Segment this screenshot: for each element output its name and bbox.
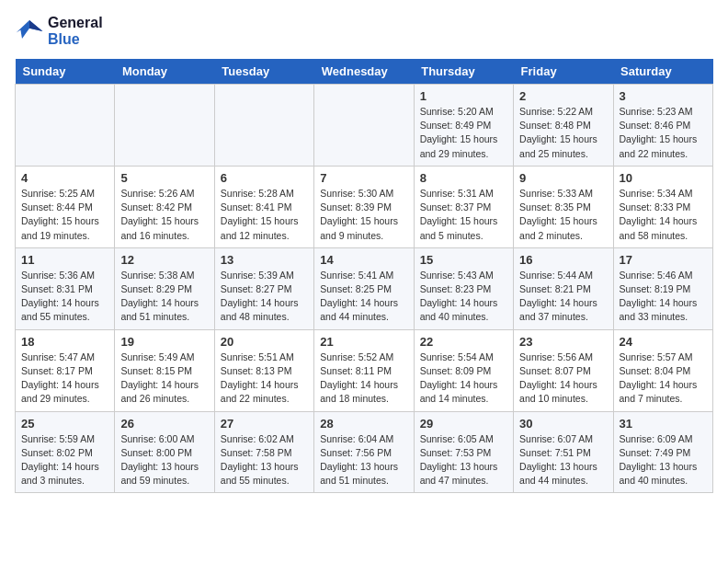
- calendar-cell: 3Sunrise: 5:23 AM Sunset: 8:46 PM Daylig…: [613, 85, 712, 167]
- day-number: 13: [221, 253, 308, 267]
- calendar-cell: 27Sunrise: 6:02 AM Sunset: 7:58 PM Dayli…: [214, 411, 313, 493]
- calendar-cell: [214, 85, 313, 167]
- calendar-cell: 16Sunrise: 5:44 AM Sunset: 8:21 PM Dayli…: [514, 247, 613, 329]
- calendar-cell: 26Sunrise: 6:00 AM Sunset: 8:00 PM Dayli…: [115, 411, 214, 493]
- day-number: 11: [21, 253, 108, 267]
- day-content: Sunrise: 5:49 AM Sunset: 8:15 PM Dayligh…: [120, 350, 208, 407]
- day-content: Sunrise: 6:07 AM Sunset: 7:51 PM Dayligh…: [519, 432, 607, 488]
- calendar-header-row: SundayMondayTuesdayWednesdayThursdayFrid…: [16, 59, 713, 85]
- calendar-cell: 1Sunrise: 5:20 AM Sunset: 8:49 PM Daylig…: [414, 85, 513, 167]
- calendar-cell: [314, 85, 414, 167]
- day-number: 20: [221, 335, 308, 349]
- day-number: 16: [519, 253, 607, 267]
- day-content: Sunrise: 5:34 AM Sunset: 8:33 PM Dayligh…: [620, 187, 707, 243]
- calendar-cell: 7Sunrise: 5:30 AM Sunset: 8:39 PM Daylig…: [314, 166, 414, 247]
- day-content: Sunrise: 5:20 AM Sunset: 8:49 PM Dayligh…: [420, 105, 507, 161]
- logo: General Blue: [15, 15, 103, 48]
- day-number: 29: [420, 417, 507, 431]
- day-content: Sunrise: 6:05 AM Sunset: 7:53 PM Dayligh…: [420, 432, 507, 488]
- day-number: 19: [120, 335, 208, 349]
- calendar-week-row: 4Sunrise: 5:25 AM Sunset: 8:44 PM Daylig…: [16, 166, 713, 247]
- day-content: Sunrise: 5:56 AM Sunset: 8:07 PM Dayligh…: [519, 350, 607, 407]
- day-content: Sunrise: 5:33 AM Sunset: 8:35 PM Dayligh…: [519, 187, 607, 243]
- calendar-week-row: 11Sunrise: 5:36 AM Sunset: 8:31 PM Dayli…: [16, 247, 713, 329]
- day-content: Sunrise: 5:43 AM Sunset: 8:23 PM Dayligh…: [420, 269, 507, 325]
- calendar-cell: 29Sunrise: 6:05 AM Sunset: 7:53 PM Dayli…: [414, 411, 513, 493]
- day-content: Sunrise: 5:44 AM Sunset: 8:21 PM Dayligh…: [519, 269, 607, 325]
- day-header-sunday: Sunday: [16, 59, 115, 85]
- calendar-cell: 17Sunrise: 5:46 AM Sunset: 8:19 PM Dayli…: [613, 247, 712, 329]
- day-number: 3: [620, 89, 707, 103]
- svg-marker-1: [29, 20, 42, 31]
- day-number: 15: [420, 253, 507, 267]
- calendar-cell: 22Sunrise: 5:54 AM Sunset: 8:09 PM Dayli…: [414, 329, 513, 411]
- day-number: 31: [620, 417, 707, 431]
- day-number: 18: [21, 335, 108, 349]
- day-content: Sunrise: 5:30 AM Sunset: 8:39 PM Dayligh…: [320, 187, 407, 243]
- calendar-table: SundayMondayTuesdayWednesdayThursdayFrid…: [15, 59, 713, 493]
- calendar-week-row: 1Sunrise: 5:20 AM Sunset: 8:49 PM Daylig…: [16, 85, 713, 167]
- day-content: Sunrise: 5:26 AM Sunset: 8:42 PM Dayligh…: [120, 187, 208, 243]
- calendar-cell: 15Sunrise: 5:43 AM Sunset: 8:23 PM Dayli…: [414, 247, 513, 329]
- calendar-cell: 18Sunrise: 5:47 AM Sunset: 8:17 PM Dayli…: [16, 329, 115, 411]
- day-content: Sunrise: 5:31 AM Sunset: 8:37 PM Dayligh…: [420, 187, 507, 243]
- calendar-cell: 24Sunrise: 5:57 AM Sunset: 8:04 PM Dayli…: [613, 329, 712, 411]
- day-header-wednesday: Wednesday: [314, 59, 414, 85]
- day-number: 7: [320, 171, 407, 185]
- day-number: 28: [320, 417, 407, 431]
- day-number: 24: [620, 335, 707, 349]
- day-content: Sunrise: 5:38 AM Sunset: 8:29 PM Dayligh…: [120, 269, 208, 325]
- day-content: Sunrise: 6:02 AM Sunset: 7:58 PM Dayligh…: [221, 432, 308, 488]
- day-content: Sunrise: 5:52 AM Sunset: 8:11 PM Dayligh…: [320, 350, 407, 407]
- calendar-cell: 21Sunrise: 5:52 AM Sunset: 8:11 PM Dayli…: [314, 329, 414, 411]
- calendar-cell: 13Sunrise: 5:39 AM Sunset: 8:27 PM Dayli…: [214, 247, 313, 329]
- calendar-cell: 20Sunrise: 5:51 AM Sunset: 8:13 PM Dayli…: [214, 329, 313, 411]
- calendar-cell: 19Sunrise: 5:49 AM Sunset: 8:15 PM Dayli…: [115, 329, 214, 411]
- day-content: Sunrise: 6:00 AM Sunset: 8:00 PM Dayligh…: [120, 432, 208, 488]
- day-number: 17: [620, 253, 707, 267]
- day-number: 1: [420, 89, 507, 103]
- day-content: Sunrise: 5:59 AM Sunset: 8:02 PM Dayligh…: [21, 432, 108, 488]
- calendar-cell: 28Sunrise: 6:04 AM Sunset: 7:56 PM Dayli…: [314, 411, 414, 493]
- header: General Blue: [15, 15, 713, 48]
- calendar-cell: 9Sunrise: 5:33 AM Sunset: 8:35 PM Daylig…: [514, 166, 613, 247]
- calendar-cell: [16, 85, 115, 167]
- day-number: 10: [620, 171, 707, 185]
- day-header-tuesday: Tuesday: [214, 59, 313, 85]
- day-content: Sunrise: 5:39 AM Sunset: 8:27 PM Dayligh…: [221, 269, 308, 325]
- day-number: 4: [21, 171, 108, 185]
- day-content: Sunrise: 5:28 AM Sunset: 8:41 PM Dayligh…: [221, 187, 308, 243]
- calendar-cell: 4Sunrise: 5:25 AM Sunset: 8:44 PM Daylig…: [16, 166, 115, 247]
- calendar-cell: 25Sunrise: 5:59 AM Sunset: 8:02 PM Dayli…: [16, 411, 115, 493]
- day-content: Sunrise: 6:04 AM Sunset: 7:56 PM Dayligh…: [320, 432, 407, 488]
- day-header-thursday: Thursday: [414, 59, 513, 85]
- calendar-cell: 11Sunrise: 5:36 AM Sunset: 8:31 PM Dayli…: [16, 247, 115, 329]
- day-content: Sunrise: 5:47 AM Sunset: 8:17 PM Dayligh…: [21, 350, 108, 407]
- day-content: Sunrise: 5:36 AM Sunset: 8:31 PM Dayligh…: [21, 269, 108, 325]
- calendar-cell: [115, 85, 214, 167]
- day-number: 2: [519, 89, 607, 103]
- calendar-cell: 2Sunrise: 5:22 AM Sunset: 8:48 PM Daylig…: [514, 85, 613, 167]
- day-number: 25: [21, 417, 108, 431]
- day-header-friday: Friday: [514, 59, 613, 85]
- calendar-cell: 12Sunrise: 5:38 AM Sunset: 8:29 PM Dayli…: [115, 247, 214, 329]
- logo-icon: [15, 17, 44, 46]
- calendar-cell: 8Sunrise: 5:31 AM Sunset: 8:37 PM Daylig…: [414, 166, 513, 247]
- day-number: 30: [519, 417, 607, 431]
- day-content: Sunrise: 5:22 AM Sunset: 8:48 PM Dayligh…: [519, 105, 607, 161]
- day-number: 26: [120, 417, 208, 431]
- calendar-cell: 30Sunrise: 6:07 AM Sunset: 7:51 PM Dayli…: [514, 411, 613, 493]
- day-content: Sunrise: 5:23 AM Sunset: 8:46 PM Dayligh…: [620, 105, 707, 161]
- day-header-saturday: Saturday: [613, 59, 712, 85]
- calendar-cell: 5Sunrise: 5:26 AM Sunset: 8:42 PM Daylig…: [115, 166, 214, 247]
- day-number: 5: [120, 171, 208, 185]
- day-number: 12: [120, 253, 208, 267]
- day-content: Sunrise: 5:54 AM Sunset: 8:09 PM Dayligh…: [420, 350, 507, 407]
- calendar-cell: 23Sunrise: 5:56 AM Sunset: 8:07 PM Dayli…: [514, 329, 613, 411]
- day-number: 14: [320, 253, 407, 267]
- calendar-cell: 10Sunrise: 5:34 AM Sunset: 8:33 PM Dayli…: [613, 166, 712, 247]
- day-number: 21: [320, 335, 407, 349]
- day-content: Sunrise: 5:25 AM Sunset: 8:44 PM Dayligh…: [21, 187, 108, 243]
- calendar-week-row: 18Sunrise: 5:47 AM Sunset: 8:17 PM Dayli…: [16, 329, 713, 411]
- day-number: 6: [221, 171, 308, 185]
